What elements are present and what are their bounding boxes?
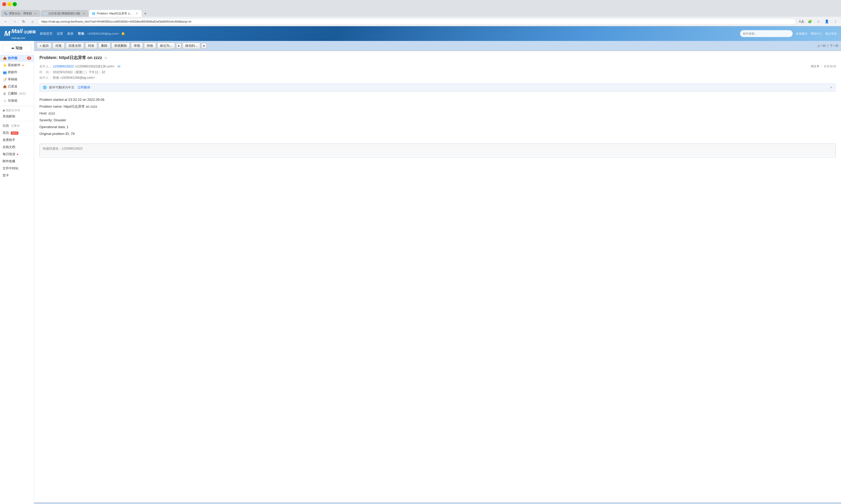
sidebar-item-file-transfer[interactable]: 文件中转站	[0, 165, 34, 172]
window-minimize-button[interactable]: −	[7, 2, 12, 6]
sidebar-item-sent[interactable]: 📤 已发送	[0, 83, 34, 90]
deleted-icon: 🗑	[3, 92, 7, 95]
tab1-close[interactable]: ×	[33, 11, 38, 16]
next-email-link[interactable]: 下一封	[830, 44, 838, 48]
translate-link[interactable]: 立即翻译	[78, 86, 90, 89]
back-button[interactable]: ←	[2, 18, 10, 25]
user-email: <2428341246@qq.com>	[87, 32, 119, 35]
sidebar-item-attachments[interactable]: 附件收藏	[0, 158, 34, 165]
nav-switch[interactable]: 换肤	[67, 32, 73, 36]
mail-subdomain: mail.qq.com	[11, 37, 36, 39]
report-button[interactable]: 举报	[131, 42, 143, 49]
file-transfer-label: 文件中转站	[3, 166, 18, 170]
sidebar-item-inbox[interactable]: 📥 收件箱 1	[0, 55, 34, 62]
sidebar: ✏ 写信 📥 收件箱 1 ⭐ 星标邮件 ★ 👥 群邮件 📝 草稿箱	[0, 41, 34, 504]
sidebar-item-calendar[interactable]: 日历 记事本	[0, 122, 34, 129]
sender-name[interactable]: z15098015622	[53, 65, 73, 68]
nav-inbox[interactable]: 邮箱首页	[40, 32, 53, 36]
tab2-close[interactable]: ×	[82, 11, 86, 16]
email-date-row: 时 间： 2022年9月6日（星期二）下午11：32	[39, 70, 836, 75]
compose-button[interactable]: ✏ 写信	[2, 44, 32, 53]
tab1-label: 博客后台 - 博客园	[9, 12, 32, 16]
quick-reply-input[interactable]	[40, 144, 836, 157]
move-to-button[interactable]: 移动到...	[183, 42, 200, 49]
more-icon[interactable]: ⋮	[831, 18, 839, 25]
feedback-link[interactable]: 反馈建议	[796, 32, 807, 36]
email-meta: 发件人： z15098015622 <z15098015622@126.com>…	[39, 64, 836, 81]
tab2-favicon: 📧	[44, 12, 47, 15]
view-icons[interactable]: ⊡ ⊡ ⊡ ⊡	[824, 65, 836, 68]
help-link[interactable]: 帮助中心	[810, 32, 822, 36]
sidebar-item-spam[interactable]: ⚠ 垃圾箱	[0, 97, 34, 104]
inbox-label: 收件箱	[8, 56, 17, 60]
notes-label[interactable]: 记事本	[11, 124, 20, 128]
sidebar-item-resume[interactable]: 简历 NEW	[0, 129, 34, 137]
mail-search-bar[interactable]: 邮件搜索...	[740, 30, 793, 37]
clear-link[interactable]: [清空]	[19, 92, 26, 95]
toolbar-nav: 上一封 | 下一封	[817, 44, 838, 48]
email-content: Problem: httpd日志异常 on zzzz ☆ 发件人： z15098…	[34, 51, 841, 502]
delete-button[interactable]: 删除	[98, 42, 110, 49]
translate-close-button[interactable]: ×	[830, 85, 832, 90]
group-label: 群邮件	[8, 70, 17, 75]
sidebar-item-online-docs[interactable]: 在线文档	[0, 144, 34, 151]
back-button[interactable]: « 返回	[37, 42, 52, 49]
home-button[interactable]: ⌂	[29, 18, 36, 25]
forward-button[interactable]: 转发	[85, 42, 97, 49]
prev-email-link[interactable]: 上一封	[817, 44, 826, 48]
mark-as-dropdown[interactable]: ▾	[176, 43, 181, 49]
sidebar-item-invoice[interactable]: 发票助手	[0, 137, 34, 144]
spam-icon: ⚠	[3, 99, 7, 103]
reply-button[interactable]: 回复	[53, 42, 65, 49]
account-icon[interactable]: 👤	[823, 18, 830, 25]
tab-3[interactable]: 🌐 Problem: httpd日志异常 on zzzz ×	[89, 10, 142, 17]
sidebar-item-other-mail[interactable]: 其他邮箱	[0, 113, 34, 120]
inbox-badge: 1	[27, 56, 31, 60]
email-bottom-toolbar: « 返回 | 回复 回复全部 转发 删除 彻底删除 举报 拒收 标记为... ▾…	[34, 502, 841, 504]
mail-body: ✏ 写信 📥 收件箱 1 ⭐ 星标邮件 ★ 👥 群邮件 📝 草稿箱	[0, 41, 841, 504]
sidebar-item-greeting-cards[interactable]: 贺卡	[0, 172, 34, 179]
window-close-button[interactable]: ✕	[2, 2, 6, 6]
sidebar-item-starred[interactable]: ⭐ 星标邮件 ★	[0, 62, 34, 69]
browser-toolbar-icons: Aあ 🧩 ☆ 👤 ⋮	[798, 18, 839, 25]
drafts-label: 草稿箱	[8, 77, 17, 82]
window-maximize-button[interactable]: □	[13, 2, 17, 6]
plain-text-link[interactable]: 纯文本	[811, 65, 820, 68]
logout-link[interactable]: 退出登录	[825, 32, 837, 36]
starred-label: 星标邮件	[8, 63, 20, 68]
quick-reply-area[interactable]	[39, 144, 836, 158]
forward-button[interactable]: →	[11, 18, 18, 25]
sidebar-item-drafts[interactable]: 📝 草稿箱	[0, 76, 34, 83]
move-to-dropdown[interactable]: ▾	[201, 43, 207, 49]
reject-button[interactable]: 拒收	[144, 42, 156, 49]
new-tab-button[interactable]: +	[142, 11, 149, 17]
tab-1[interactable]: 🐾 博客后台 - 博客园 ×	[1, 10, 40, 17]
tab3-close[interactable]: ×	[135, 11, 139, 16]
spam-label: 垃圾箱	[8, 98, 17, 103]
delete-perm-button[interactable]: 彻底删除	[111, 42, 130, 49]
nav-settings[interactable]: 设置	[57, 32, 63, 36]
tab-2[interactable]: 📧 (1封未读) 网易邮箱6.0版 ×	[41, 10, 89, 17]
mail-logo: M Mail QQ邮箱 mail.qq.com	[4, 28, 36, 39]
browser-toolbar: ← → ↻ ⌂ https://mail.qq.com/cgi-bin/fram…	[0, 17, 841, 26]
greeting-cards-label: 贺卡	[3, 173, 9, 178]
compose-icon: ✏	[12, 47, 15, 50]
reply-all-button[interactable]: 回复全部	[66, 42, 84, 49]
email-star-icon[interactable]: ☆	[104, 56, 107, 60]
sidebar-item-deleted[interactable]: 🗑 已删除 [清空]	[0, 90, 34, 97]
sidebar-item-daily-read[interactable]: 每日悦读 ●	[0, 151, 34, 158]
reload-button[interactable]: ↻	[20, 18, 27, 25]
attachments-label: 附件收藏	[3, 159, 15, 164]
sidebar-item-group[interactable]: 👥 群邮件	[0, 69, 34, 76]
translate-icon[interactable]: Aあ	[798, 18, 805, 25]
url-text: https://mail.qq.com/cgi-bin/frame_html?s…	[41, 20, 191, 23]
sidebar-divider2	[0, 121, 34, 121]
search-placeholder: 邮件搜索...	[743, 32, 757, 36]
bookmark-icon[interactable]: ☆	[815, 18, 822, 25]
extension-icon[interactable]: 🧩	[806, 18, 814, 25]
sent-label: 已发送	[8, 84, 17, 89]
mark-as-button[interactable]: 标记为...	[157, 42, 175, 49]
sender-more-icon[interactable]: 📧	[117, 65, 121, 68]
address-bar[interactable]: https://mail.qq.com/cgi-bin/frame_html?s…	[38, 18, 796, 25]
resume-label: 简历	[3, 131, 9, 135]
